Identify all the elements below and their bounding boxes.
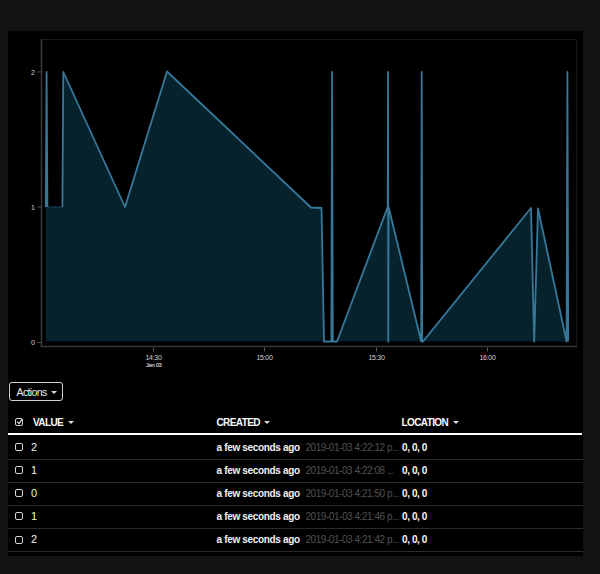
svg-text:15:30: 15:30 [368, 354, 384, 361]
svg-text:2: 2 [31, 69, 35, 76]
svg-text:16:00: 16:00 [479, 354, 495, 361]
svg-text:15:00: 15:00 [256, 354, 272, 361]
svg-text:0: 0 [31, 339, 35, 346]
svg-text:1: 1 [31, 204, 35, 211]
svg-text:Jan 03: Jan 03 [146, 362, 163, 368]
svg-text:14:30: 14:30 [145, 354, 161, 361]
